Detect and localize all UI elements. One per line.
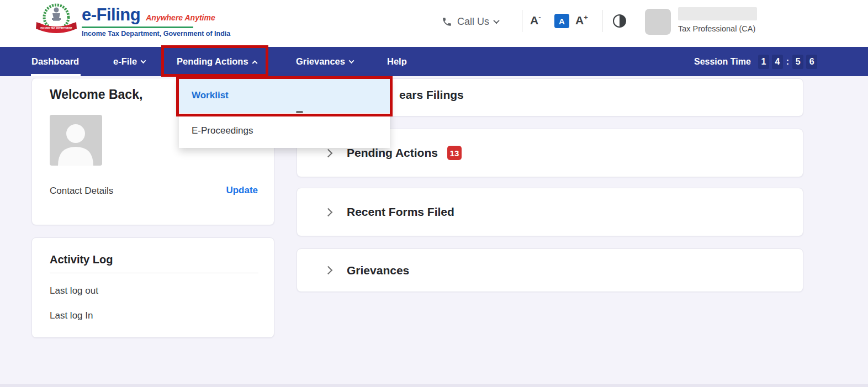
profile-avatar-placeholder xyxy=(50,115,102,166)
session-time-label: Session Time xyxy=(694,57,751,67)
call-us-label: Call Us xyxy=(457,16,489,28)
recent-forms-card[interactable]: Recent Forms Filed xyxy=(297,188,803,236)
divider xyxy=(50,273,258,273)
nav-item-efile[interactable]: e-File xyxy=(113,47,145,76)
chevron-down-icon xyxy=(493,18,499,24)
chevron-right-icon[interactable] xyxy=(324,149,333,157)
phone-icon xyxy=(442,17,452,27)
cursor-artifact xyxy=(296,111,303,113)
recent-forms-card-title: Recent Forms Filed xyxy=(347,205,454,219)
activity-log-title: Activity Log xyxy=(50,253,113,266)
emblem-banner-text: INCOME TAX DEPARTMENT xyxy=(40,26,72,29)
active-tab-underline xyxy=(31,74,81,76)
nav-item-dashboard[interactable]: Dashboard xyxy=(31,47,79,76)
pending-count-badge: 13 xyxy=(447,146,462,160)
last-login-label: Last log In xyxy=(50,310,93,321)
chevron-right-icon[interactable] xyxy=(324,266,333,275)
welcome-title: Welcome Back, xyxy=(50,87,142,102)
pending-actions-dropdown: Worklist E-Proceedings xyxy=(179,77,390,148)
bottom-edge-strip xyxy=(0,384,868,387)
session-digit: 6 xyxy=(806,55,817,69)
filings-card-title: ears Filings xyxy=(399,88,464,102)
grievances-card-title: Grievances xyxy=(347,264,409,277)
chevron-down-icon xyxy=(349,58,354,63)
logo-tagline: Anywhere Anytime xyxy=(146,13,215,22)
header-divider xyxy=(602,10,602,32)
session-separator: : xyxy=(786,57,789,67)
session-digit: 4 xyxy=(772,55,783,69)
main-navbar: Dashboard e-File Pending Actions Grievan… xyxy=(0,47,868,76)
site-logo[interactable]: e-Filing Anywhere Anytime Income Tax Dep… xyxy=(82,5,230,38)
person-silhouette-icon xyxy=(50,115,102,166)
chevron-up-icon xyxy=(252,60,257,66)
top-header: INCOME TAX DEPARTMENT e-Filing Anywhere … xyxy=(0,0,868,47)
header-divider xyxy=(522,10,522,32)
nav-item-pending-actions[interactable]: Pending Actions xyxy=(177,47,257,76)
last-logout-label: Last log out xyxy=(50,285,98,296)
income-tax-emblem-icon: INCOME TAX DEPARTMENT xyxy=(34,2,78,38)
session-digit: 1 xyxy=(758,55,769,69)
font-normal-button[interactable]: A xyxy=(554,14,569,28)
contact-details-label: Contact Details xyxy=(50,185,113,197)
contrast-toggle-icon[interactable] xyxy=(613,14,626,28)
dropdown-item-eproceedings[interactable]: E-Proceedings xyxy=(179,113,390,148)
activity-log-card: Activity Log Last log out Last log In xyxy=(31,237,274,338)
logo-divider xyxy=(82,26,193,28)
user-name-redacted xyxy=(678,7,757,20)
session-digit: 5 xyxy=(792,55,803,69)
nav-item-help[interactable]: Help xyxy=(387,47,407,76)
font-increase-button[interactable]: A+ xyxy=(575,13,588,27)
logo-title: e-Filing xyxy=(82,5,140,25)
chevron-right-icon[interactable] xyxy=(324,208,333,216)
session-timer: Session Time 1 4 : 5 6 xyxy=(694,47,817,76)
update-link[interactable]: Update xyxy=(226,185,258,196)
efiling-dashboard: INCOME TAX DEPARTMENT e-Filing Anywhere … xyxy=(0,0,868,387)
user-role-label: Tax Professional (CA) xyxy=(678,24,755,33)
chevron-down-icon xyxy=(141,58,146,63)
pending-actions-card-title: Pending Actions xyxy=(347,146,438,160)
nav-item-grievances[interactable]: Grievances xyxy=(296,47,353,76)
dropdown-item-worklist[interactable]: Worklist xyxy=(179,77,390,113)
grievances-card[interactable]: Grievances xyxy=(297,248,803,292)
call-us-menu[interactable]: Call Us xyxy=(442,12,499,31)
user-avatar[interactable] xyxy=(645,9,671,35)
logo-subtitle: Income Tax Department, Government of Ind… xyxy=(82,30,230,38)
font-decrease-button[interactable]: A- xyxy=(530,13,541,27)
